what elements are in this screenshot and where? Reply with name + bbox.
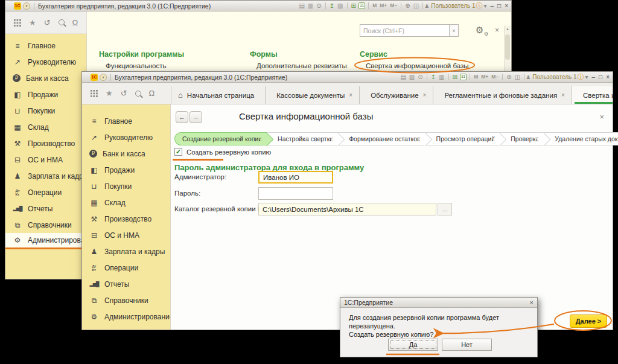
payroll-hr-icon[interactable]: ♟ Зарплата и кадры: [82, 243, 170, 260]
purchases-icon[interactable]: ⊔ Покупки: [5, 103, 86, 119]
directories-icon[interactable]: ⧉ Справочники: [5, 217, 86, 233]
close-button[interactable]: ×: [505, 2, 508, 9]
forward-arrow-button[interactable]: →: [190, 111, 202, 123]
tab[interactable]: Свертка информационной базы×: [572, 86, 613, 104]
print-icon[interactable]: ▥: [409, 74, 415, 80]
tab[interactable]: ⌂Начальная страница: [171, 86, 266, 104]
manager-section-icon[interactable]: ↗ Руководителю: [5, 54, 86, 70]
panel-close-icon[interactable]: ×: [495, 27, 499, 34]
tab-close-icon[interactable]: ×: [349, 92, 352, 98]
calendar-icon[interactable]: 31: [460, 74, 467, 80]
tab[interactable]: Кассовые документы×: [266, 86, 360, 104]
calculator-icon[interactable]: ⊞: [351, 3, 357, 9]
tab-close-icon[interactable]: ×: [423, 92, 427, 98]
administration-icon[interactable]: ⚙ Администрирование: [5, 233, 86, 249]
search-clear-button[interactable]: ×: [449, 24, 459, 37]
save-icon[interactable]: ▤: [298, 3, 305, 9]
separator[interactable]: [422, 2, 423, 9]
search-icon[interactable]: [135, 91, 141, 97]
operations-icon[interactable]: Дт Кт Операции: [82, 260, 170, 276]
fixed-assets-icon[interactable]: ⊟ ОС и НМА: [5, 152, 86, 168]
sales-icon[interactable]: ◧ Продажи: [5, 86, 86, 103]
main-menu-button[interactable]: ▾: [100, 74, 107, 81]
chevron-down-icon[interactable]: ▾: [483, 3, 488, 9]
backup-path-field[interactable]: C:\Users\Documents\Архивы 1С: [258, 203, 436, 216]
next-button[interactable]: Далее >: [570, 315, 607, 328]
warehouse-icon[interactable]: ▦ Склад: [5, 119, 86, 135]
reports-icon[interactable]: ▂▅█ Отчеты: [5, 200, 86, 217]
administration-icon[interactable]: ⚙ Администрирование: [82, 308, 170, 325]
sales-icon[interactable]: ◧ Продажи: [82, 162, 170, 178]
separator[interactable]: [325, 2, 326, 9]
wizard-step[interactable]: Просмотр операций: [425, 132, 500, 145]
separator[interactable]: [524, 74, 524, 80]
link-database-collapse[interactable]: Свертка информационной базы: [366, 62, 469, 69]
save-icon[interactable]: ▤: [400, 74, 406, 80]
print-icon[interactable]: ▥: [307, 3, 314, 9]
separator[interactable]: [427, 74, 427, 80]
purchases-icon[interactable]: ⊔ Покупки: [82, 178, 170, 194]
yes-button[interactable]: Да: [388, 339, 438, 351]
current-user[interactable]: ♟ Пользователь 1: [424, 2, 475, 9]
info-icon[interactable]: ⓘ: [476, 2, 483, 9]
payroll-hr-icon[interactable]: ♟ Зарплата и кадры: [5, 168, 86, 184]
current-user[interactable]: ♟ Пользователь 1: [526, 74, 576, 80]
password-field[interactable]: [258, 187, 333, 200]
memory-recall-button[interactable]: M: [473, 74, 479, 80]
wizard-step[interactable]: Удаление старых документов: [544, 132, 618, 145]
dialog-close-icon[interactable]: ×: [530, 299, 534, 306]
print-preview-icon[interactable]: ⊙: [316, 3, 322, 9]
minimize-button[interactable]: –: [491, 2, 494, 9]
separator[interactable]: [448, 74, 449, 80]
split-view-icon[interactable]: ◫: [413, 3, 419, 9]
print-preview-icon[interactable]: ⊙: [417, 74, 423, 80]
zoom-icon[interactable]: ⊕: [506, 74, 512, 80]
memory-minus-button[interactable]: M−: [389, 3, 398, 8]
reports-icon[interactable]: ▂▅█ Отчеты: [82, 276, 170, 292]
separator[interactable]: [470, 74, 470, 80]
bank-cash-icon[interactable]: ₽ Банк и касса: [5, 70, 86, 86]
fixed-assets-icon[interactable]: ⊟ ОС и НМА: [82, 227, 170, 243]
favorites-icon[interactable]: ★: [29, 19, 36, 27]
scroll-thumb[interactable]: [505, 34, 510, 60]
wizard-step[interactable]: Создание резервной копии: [174, 132, 267, 145]
warehouse-icon[interactable]: ▦ Склад: [82, 194, 170, 211]
info-icon[interactable]: ⓘ: [577, 74, 585, 80]
manager-section-icon[interactable]: ↗ Руководителю: [82, 129, 170, 145]
close-button[interactable]: ×: [606, 74, 610, 80]
operations-icon[interactable]: Дт Кт Операции: [5, 184, 86, 200]
backup-checkbox-row[interactable]: ✓ Создать резервную копию: [174, 148, 271, 156]
separator[interactable]: [502, 74, 503, 80]
maximize-button[interactable]: □: [599, 74, 602, 80]
search-icon[interactable]: [59, 19, 65, 25]
link-functionality[interactable]: Функциональность: [106, 62, 167, 69]
chevron-down-icon[interactable]: ▾: [585, 74, 589, 80]
separator[interactable]: [401, 2, 401, 9]
history-icon[interactable]: ↺: [121, 89, 127, 97]
wizard-close-icon[interactable]: ×: [599, 112, 604, 121]
maximize-button[interactable]: □: [497, 2, 501, 9]
notifications-icon[interactable]: Ω: [72, 19, 78, 27]
split-view-icon[interactable]: ◫: [514, 74, 521, 80]
apps-grid-icon[interactable]: [90, 89, 98, 97]
history-icon[interactable]: ↺: [44, 19, 51, 27]
send-icon[interactable]: ↥: [329, 3, 335, 9]
link-additional-attributes[interactable]: Дополнительные реквизиты: [256, 62, 347, 69]
printer2-icon[interactable]: ▥: [337, 3, 343, 9]
no-button[interactable]: Нет: [442, 339, 492, 351]
minimize-button[interactable]: –: [592, 74, 596, 80]
memory-plus-button[interactable]: M+: [379, 3, 387, 8]
notifications-icon[interactable]: Ω: [149, 89, 155, 97]
settings-gear-icon[interactable]: ⚙: [476, 25, 483, 34]
search-input[interactable]: [360, 24, 449, 37]
calendar-icon[interactable]: 31: [358, 2, 365, 9]
browse-button[interactable]: ...: [438, 203, 452, 216]
memory-recall-button[interactable]: M: [372, 3, 377, 8]
tab-close-icon[interactable]: ×: [561, 92, 565, 98]
tab[interactable]: Регламентные и фоновые задания×: [433, 86, 572, 104]
admin-field[interactable]: [258, 171, 333, 184]
production-icon[interactable]: ⚒ Производство: [82, 211, 170, 227]
directories-icon[interactable]: ⧉ Справочники: [82, 292, 170, 308]
separator[interactable]: [368, 2, 369, 9]
zoom-icon[interactable]: ⊕: [404, 3, 410, 9]
